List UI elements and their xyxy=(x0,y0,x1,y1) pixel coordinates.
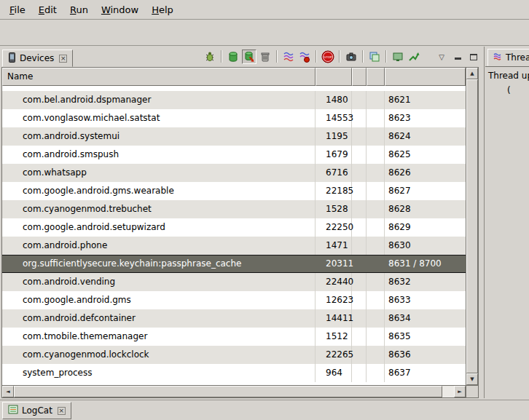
empty-cell xyxy=(352,182,367,200)
table-row[interactable]: com.google.android.setupwizard 22250 862… xyxy=(2,218,466,237)
table-row[interactable]: com.vonglasow.michael.satstat 14553 8623 xyxy=(2,109,466,127)
toolbar-separator xyxy=(385,50,387,63)
vertical-scroll-thumb[interactable] xyxy=(466,79,478,373)
empty-cell xyxy=(352,237,367,255)
method-profiling-icon[interactable] xyxy=(297,49,312,64)
ddms-window: FileEditRunWindowHelp Devices × xyxy=(0,0,529,420)
table-row[interactable]: com.android.smspush 1679 8625 xyxy=(2,146,466,164)
empty-cell xyxy=(367,127,385,146)
toolbar-separator xyxy=(316,50,317,63)
toolbar-separator xyxy=(276,50,278,63)
process-port-cell: 8627 xyxy=(385,182,466,200)
screen-capture-icon[interactable] xyxy=(344,49,358,64)
table-row[interactable]: com.android.defcontainer 14411 8634 xyxy=(2,309,466,328)
empty-cell xyxy=(367,328,385,346)
column-header-name[interactable]: Name xyxy=(2,68,316,86)
menu-file[interactable]: File xyxy=(3,1,32,18)
maximize-icon[interactable] xyxy=(466,49,481,64)
devices-view-toolbar: STOP ▽ xyxy=(203,49,484,67)
minimize-icon[interactable] xyxy=(450,49,465,64)
process-port-cell: 8624 xyxy=(385,127,466,146)
column-header-4[interactable] xyxy=(367,68,385,86)
tab-devices[interactable]: Devices × xyxy=(2,49,73,67)
process-pid-cell: 22185 xyxy=(316,182,352,200)
table-row[interactable]: com.whatsapp 6716 8626 xyxy=(2,164,466,182)
column-header-3[interactable] xyxy=(352,68,367,86)
process-pid-cell: 1512 xyxy=(316,328,352,346)
opengl-trace-icon[interactable] xyxy=(407,49,421,64)
table-row[interactable]: org.sufficientlysecure.keychain:passphra… xyxy=(2,255,466,273)
empty-cell xyxy=(352,309,367,328)
process-pid-cell: 1480 xyxy=(316,91,352,109)
process-name-cell: system_process xyxy=(2,364,316,382)
process-pid-cell: 22265 xyxy=(316,346,352,364)
menu-run[interactable]: Run xyxy=(63,1,95,18)
process-pid-cell: 1528 xyxy=(316,200,352,218)
process-port-cell: 8630 xyxy=(385,237,466,255)
table-row[interactable]: com.google.android.gms.wearable 22185 86… xyxy=(2,182,466,200)
dump-hprof-icon[interactable] xyxy=(242,49,256,64)
process-name-cell: com.android.systemui xyxy=(2,127,316,146)
threads-tabbar: Threa xyxy=(485,47,529,67)
table-row[interactable]: com.cyanogenmod.trebuchet 1528 8628 xyxy=(2,200,466,218)
empty-cell xyxy=(352,109,367,127)
tab-threads[interactable]: Threa xyxy=(487,49,529,66)
process-name-cell: com.google.android.gms.wearable xyxy=(2,182,316,200)
update-heap-icon[interactable] xyxy=(226,49,240,64)
process-pid-cell: 14553 xyxy=(316,109,352,127)
empty-cell xyxy=(352,127,367,146)
empty-cell xyxy=(352,346,367,364)
empty-cell xyxy=(352,91,367,109)
scroll-down-button[interactable]: ▼ xyxy=(466,373,478,385)
scroll-up-button[interactable]: ▲ xyxy=(466,68,478,79)
debug-process-icon[interactable] xyxy=(203,49,217,64)
process-port-cell: 8637 xyxy=(385,364,466,382)
process-port-cell: 8634 xyxy=(385,309,466,328)
table-row[interactable]: com.android.phone 1471 8630 xyxy=(2,237,466,255)
table-row[interactable]: com.tmobile.thememanager 1512 8635 xyxy=(2,328,466,346)
view-menu-icon[interactable]: ▽ xyxy=(434,49,449,64)
horizontal-scrollbar[interactable]: ◄ ► xyxy=(2,385,466,397)
scroll-left-button[interactable]: ◄ xyxy=(2,386,14,397)
menu-window[interactable]: Window xyxy=(95,1,145,18)
stop-process-icon[interactable]: STOP xyxy=(321,49,335,64)
threads-message-line: ( xyxy=(485,83,529,98)
process-pid-cell: 12623 xyxy=(316,291,352,309)
close-icon[interactable]: × xyxy=(59,55,67,63)
threads-content: Thread up( xyxy=(485,68,529,98)
process-name-cell: com.android.defcontainer xyxy=(2,309,316,328)
process-name-cell: com.cyanogenmod.trebuchet xyxy=(2,200,316,218)
horizontal-scroll-thumb[interactable] xyxy=(14,386,442,397)
table-row[interactable]: com.cyanogenmod.lockclock 22265 8636 xyxy=(2,346,466,364)
table-row[interactable]: com.google.android.gms 12623 8633 xyxy=(2,291,466,309)
table-row[interactable]: com.android.vending 22440 8632 xyxy=(2,273,466,291)
column-header-port[interactable] xyxy=(385,68,466,86)
update-threads-icon[interactable] xyxy=(281,49,296,64)
close-icon[interactable]: × xyxy=(58,407,66,415)
empty-cell xyxy=(367,291,385,309)
device-icon xyxy=(8,52,16,65)
process-port-cell: 8632 xyxy=(385,273,466,291)
process-pid-cell: 1195 xyxy=(316,127,352,146)
column-header-pid[interactable] xyxy=(316,68,352,86)
empty-cell xyxy=(352,146,367,164)
cause-gc-icon[interactable] xyxy=(258,49,273,64)
vertical-scrollbar[interactable]: ▲ ▼ xyxy=(466,68,478,385)
menu-edit[interactable]: Edit xyxy=(32,1,63,18)
table-row[interactable]: com.bel.android.dspmanager 1480 8621 xyxy=(2,91,466,109)
device-table-body: com.bel.android.dspmanager 1480 8621 com… xyxy=(2,86,466,385)
process-name-cell: com.cyanogenmod.lockclock xyxy=(2,346,316,364)
tab-devices-label: Devices xyxy=(20,53,54,63)
capture-systrace-icon[interactable] xyxy=(391,49,405,64)
table-row[interactable]: com.android.systemui 1195 8624 xyxy=(2,127,466,146)
view-hierarchy-icon[interactable] xyxy=(367,49,382,64)
empty-cell xyxy=(367,346,385,364)
process-port-cell: 8623 xyxy=(385,109,466,127)
tab-logcat[interactable]: LogCat × xyxy=(2,402,71,419)
table-row[interactable]: system_process 964 8637 xyxy=(2,364,466,382)
menu-help[interactable]: Help xyxy=(145,1,180,18)
scrollbar-corner xyxy=(466,385,478,397)
empty-cell xyxy=(367,309,385,328)
scroll-right-button[interactable]: ► xyxy=(454,386,466,397)
panel-sash[interactable] xyxy=(484,47,485,398)
